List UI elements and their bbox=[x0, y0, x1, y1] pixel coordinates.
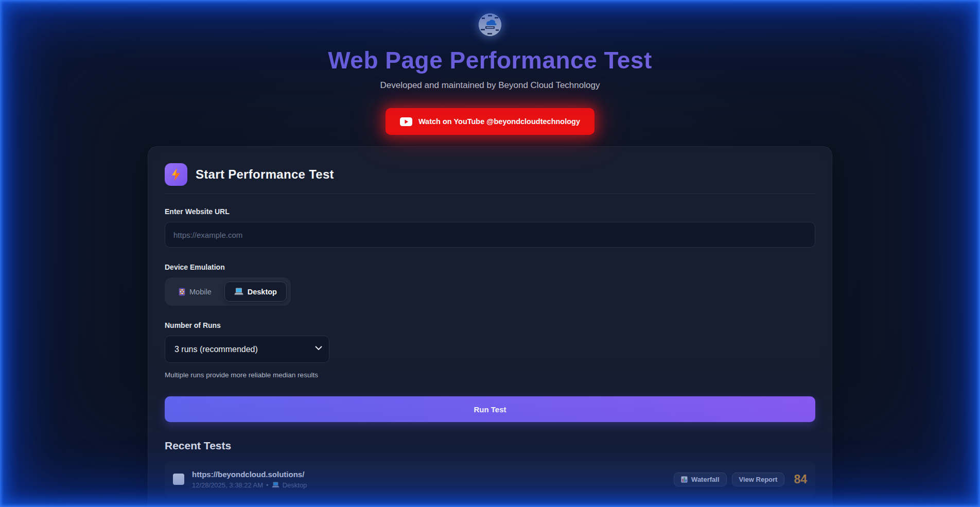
desktop-icon bbox=[272, 482, 279, 488]
page-subtitle: Developed and maintained by Beyond Cloud… bbox=[0, 80, 980, 91]
page-title: Web Page Performance Test bbox=[0, 46, 980, 74]
runs-select[interactable]: 3 runs (recommended) bbox=[165, 336, 329, 363]
performance-test-card: Start Performance Test Enter Website URL… bbox=[148, 146, 832, 507]
device-label: Device Emulation bbox=[165, 263, 815, 271]
test-meta: 12/28/2025, 3:38:22 AM • Desktop bbox=[192, 481, 674, 489]
view-report-button[interactable]: View Report bbox=[732, 473, 785, 486]
runs-help-text: Multiple runs provide more reliable medi… bbox=[165, 371, 815, 379]
device-option-desktop-label: Desktop bbox=[248, 288, 277, 296]
runs-label: Number of Runs bbox=[165, 321, 815, 329]
watch-youtube-button[interactable]: Watch on YouTube @beyondcloudtechnology bbox=[386, 108, 594, 135]
test-checkbox[interactable] bbox=[173, 474, 184, 485]
test-info: https://beyondcloud.solutions/ 12/28/202… bbox=[192, 470, 674, 489]
mobile-icon bbox=[179, 288, 185, 296]
url-label: Enter Website URL bbox=[165, 207, 815, 216]
hero-section: Web Page Performance Test Developed and … bbox=[0, 0, 980, 135]
test-timestamp: 12/28/2025, 3:38:22 AM bbox=[192, 481, 263, 489]
test-actions: Waterfall View Report 84 bbox=[674, 473, 807, 486]
lightning-icon bbox=[165, 163, 187, 186]
view-report-label: View Report bbox=[739, 476, 778, 483]
header-divider bbox=[165, 194, 815, 194]
watch-youtube-label: Watch on YouTube @beyondcloudtechnology bbox=[418, 117, 580, 126]
desktop-icon bbox=[234, 288, 243, 295]
device-option-mobile[interactable]: Mobile bbox=[169, 282, 221, 302]
recent-tests-heading: Recent Tests bbox=[165, 440, 815, 452]
runs-select-wrap: 3 runs (recommended) bbox=[165, 336, 329, 363]
device-field-group: Device Emulation Mobile bbox=[165, 263, 815, 306]
test-score: 84 bbox=[794, 473, 807, 486]
waterfall-icon bbox=[681, 476, 688, 483]
waterfall-label: Waterfall bbox=[691, 476, 719, 483]
brand-logo-icon bbox=[479, 13, 501, 36]
runs-field-group: Number of Runs 3 runs (recommended) Mult… bbox=[165, 321, 815, 379]
waterfall-button[interactable]: Waterfall bbox=[674, 473, 726, 486]
run-test-button[interactable]: Run Test bbox=[165, 396, 815, 422]
device-toggle-group: Mobile Desktop bbox=[165, 277, 291, 306]
youtube-icon bbox=[400, 117, 412, 126]
meta-separator: • bbox=[266, 481, 269, 489]
url-field-group: Enter Website URL bbox=[165, 207, 815, 248]
device-option-mobile-label: Mobile bbox=[189, 288, 212, 296]
card-header: Start Performance Test bbox=[165, 163, 815, 186]
test-url: https://beyondcloud.solutions/ bbox=[192, 470, 674, 479]
page: Web Page Performance Test Developed and … bbox=[0, 0, 980, 507]
card-heading: Start Performance Test bbox=[196, 167, 334, 182]
device-option-desktop[interactable]: Desktop bbox=[224, 282, 287, 302]
test-row: https://beyondcloud.solutions/ 12/28/202… bbox=[165, 461, 815, 497]
test-device: Desktop bbox=[283, 481, 307, 489]
website-url-input[interactable] bbox=[165, 222, 815, 248]
